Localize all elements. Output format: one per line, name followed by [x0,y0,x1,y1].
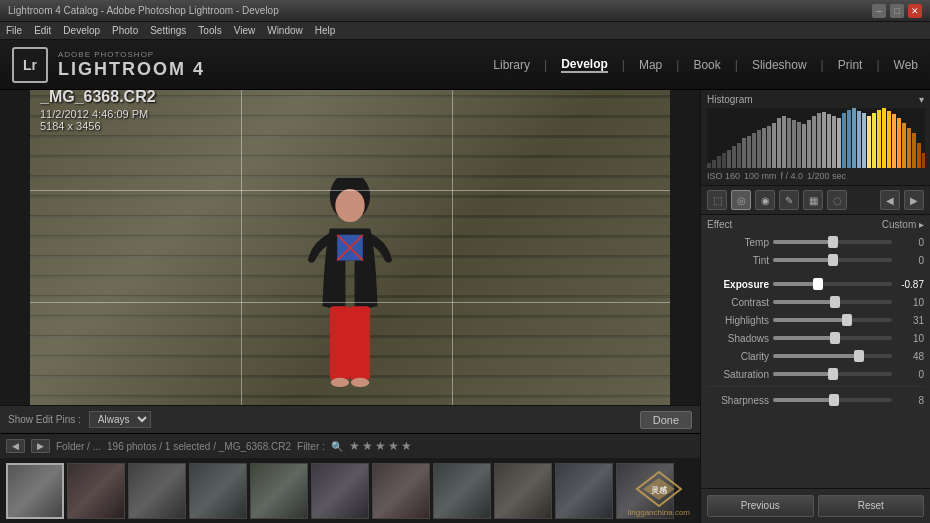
exposure-value: -0.87 [896,279,924,290]
star-3[interactable]: ★ [375,439,386,453]
minimize-button[interactable]: – [872,4,886,18]
menu-tools[interactable]: Tools [198,25,221,36]
tool-redeye[interactable]: ◉ [755,190,775,210]
contrast-thumb[interactable] [830,296,840,308]
nav-book[interactable]: Book [693,58,720,72]
contrast-fill [773,300,835,304]
saturation-row: Saturation 0 [707,366,924,382]
tool-gradient[interactable]: ▦ [803,190,823,210]
star-1[interactable]: ★ [349,439,360,453]
histogram-expand[interactable]: ▾ [919,94,924,105]
exposure-track[interactable] [773,282,892,286]
exposure-thumb[interactable] [813,278,823,290]
contrast-track[interactable] [773,300,892,304]
app-name: ADOBE PHOTOSHOP LIGHTROOM 4 [58,50,205,80]
filmstrip-nav-prev[interactable]: ◀ [6,439,25,453]
svg-rect-50 [892,114,896,168]
done-button[interactable]: Done [640,411,692,429]
sharpness-track[interactable] [773,398,892,402]
previous-button[interactable]: Previous [707,495,814,517]
star-4[interactable]: ★ [388,439,399,453]
shadows-track[interactable] [773,336,892,340]
svg-rect-39 [837,118,841,168]
garage-strip-5 [30,158,670,176]
reset-button[interactable]: Reset [818,495,925,517]
filmstrip-thumb-2[interactable] [67,463,125,519]
collapse-icon[interactable]: ▶ [904,190,924,210]
nav-map[interactable]: Map [639,58,662,72]
filmstrip-thumb-4[interactable] [189,463,247,519]
svg-rect-55 [917,143,921,168]
temp-thumb[interactable] [828,236,838,248]
tint-thumb[interactable] [828,254,838,266]
shadows-thumb[interactable] [830,332,840,344]
photo-container: _MG_6368.CR2 11/2/2012 4:46:09 PM 5184 x… [0,90,700,405]
tool-brush[interactable]: ✎ [779,190,799,210]
menu-edit[interactable]: Edit [34,25,51,36]
clarity-track[interactable] [773,354,892,358]
filmstrip-thumb-8[interactable] [433,463,491,519]
saturation-track[interactable] [773,372,892,376]
menu-settings[interactable]: Settings [150,25,186,36]
menu-develop[interactable]: Develop [63,25,100,36]
star-5[interactable]: ★ [401,439,412,453]
saturation-thumb[interactable] [828,368,838,380]
svg-rect-33 [807,120,811,168]
filmstrip-thumb-6[interactable] [311,463,369,519]
temp-track[interactable] [773,240,892,244]
nav-web[interactable]: Web [894,58,918,72]
svg-rect-35 [817,113,821,168]
tint-track[interactable] [773,258,892,262]
sharpness-label: Sharpness [707,395,769,406]
svg-rect-28 [782,116,786,168]
highlights-track[interactable] [773,318,892,322]
close-button[interactable]: ✕ [908,4,922,18]
tool-crop[interactable]: ⬚ [707,190,727,210]
tool-spot[interactable]: ◎ [731,190,751,210]
svg-rect-40 [842,113,846,168]
temp-value: 0 [896,237,924,248]
expand-icon[interactable]: ◀ [880,190,900,210]
star-2[interactable]: ★ [362,439,373,453]
highlights-thumb[interactable] [842,314,852,326]
right-panel: Histogram ▾ [700,90,930,523]
pins-select[interactable]: Always [89,411,151,428]
menu-help[interactable]: Help [315,25,336,36]
svg-rect-30 [792,120,796,168]
photo-main: _MG_6368.CR2 11/2/2012 4:46:09 PM 5184 x… [30,90,670,405]
filmstrip-thumb-1[interactable] [6,463,64,519]
filmstrip-thumb-10[interactable] [555,463,613,519]
menu-file[interactable]: File [6,25,22,36]
iso: ISO 160 [707,171,740,181]
svg-rect-27 [777,118,781,168]
crop-line-v1 [241,90,242,405]
histogram-title: Histogram ▾ [707,94,924,105]
tool-radial[interactable]: ◌ [827,190,847,210]
svg-rect-51 [897,118,901,168]
nav-links: Library | Develop | Map | Book | Slidesh… [493,57,918,73]
filmstrip-thumb-7[interactable] [372,463,430,519]
saturation-value: 0 [896,369,924,380]
filter-icon[interactable]: 🔍 [331,441,343,452]
clarity-thumb[interactable] [854,350,864,362]
camera-info: ISO 160 100 mm f / 4.0 1/200 sec [707,171,924,181]
maximize-button[interactable]: □ [890,4,904,18]
title-bar: Lightroom 4 Catalog - Adobe Photoshop Li… [0,0,930,22]
menu-view[interactable]: View [234,25,256,36]
svg-rect-38 [832,116,836,168]
nav-slideshow[interactable]: Slideshow [752,58,807,72]
filmstrip-thumb-9[interactable] [494,463,552,519]
temp-label: Temp [707,237,769,248]
nav-library[interactable]: Library [493,58,530,72]
filmstrip-nav-next[interactable]: ▶ [31,439,50,453]
menu-photo[interactable]: Photo [112,25,138,36]
filmstrip-thumb-3[interactable] [128,463,186,519]
menu-window[interactable]: Window [267,25,303,36]
photo-dimensions: 5184 x 3456 [40,120,156,132]
nav-print[interactable]: Print [838,58,863,72]
action-buttons: Previous Reset [701,488,930,523]
filmstrip-thumb-5[interactable] [250,463,308,519]
sharpness-thumb[interactable] [829,394,839,406]
custom-label[interactable]: Custom ▸ [882,219,924,230]
nav-develop[interactable]: Develop [561,57,608,73]
